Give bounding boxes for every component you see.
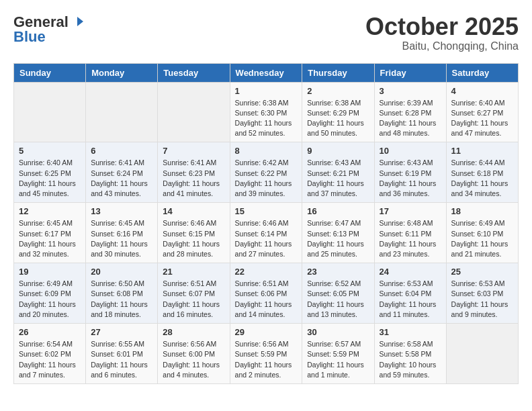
day-info: Sunrise: 6:41 AM Sunset: 6:23 PM Dayligh… — [163, 158, 224, 199]
calendar-cell: 16Sunrise: 6:47 AM Sunset: 6:13 PM Dayli… — [302, 203, 374, 263]
day-number: 16 — [307, 206, 369, 216]
calendar-cell: 23Sunrise: 6:52 AM Sunset: 6:05 PM Dayli… — [302, 263, 374, 324]
day-info: Sunrise: 6:50 AM Sunset: 6:08 PM Dayligh… — [91, 279, 152, 320]
day-number: 10 — [380, 146, 441, 156]
day-number: 25 — [451, 267, 513, 277]
calendar-table: SundayMondayTuesdayWednesdayThursdayFrid… — [13, 63, 519, 384]
logo: General Blue — [13, 13, 83, 46]
calendar-cell: 8Sunrise: 6:42 AM Sunset: 6:22 PM Daylig… — [230, 142, 302, 203]
logo-flag-icon — [71, 15, 83, 28]
calendar-cell: 29Sunrise: 6:56 AM Sunset: 5:59 PM Dayli… — [230, 324, 302, 384]
day-header-monday: Monday — [86, 63, 158, 82]
day-info: Sunrise: 6:54 AM Sunset: 6:02 PM Dayligh… — [19, 339, 81, 380]
day-number: 21 — [163, 267, 224, 277]
day-number: 29 — [235, 327, 298, 337]
day-info: Sunrise: 6:55 AM Sunset: 6:01 PM Dayligh… — [91, 339, 152, 380]
day-info: Sunrise: 6:57 AM Sunset: 5:59 PM Dayligh… — [307, 339, 369, 380]
calendar-week-4: 19Sunrise: 6:49 AM Sunset: 6:09 PM Dayli… — [14, 263, 519, 324]
day-number: 19 — [19, 267, 81, 277]
calendar-body: 1Sunrise: 6:38 AM Sunset: 6:30 PM Daylig… — [14, 82, 519, 383]
month-title: October 2025 — [365, 13, 519, 40]
day-info: Sunrise: 6:41 AM Sunset: 6:24 PM Dayligh… — [91, 158, 152, 199]
day-number: 27 — [91, 327, 152, 337]
day-info: Sunrise: 6:58 AM Sunset: 5:58 PM Dayligh… — [380, 339, 441, 380]
calendar-cell — [446, 324, 518, 384]
day-header-tuesday: Tuesday — [158, 63, 230, 82]
day-info: Sunrise: 6:48 AM Sunset: 6:11 PM Dayligh… — [380, 218, 441, 259]
day-info: Sunrise: 6:44 AM Sunset: 6:18 PM Dayligh… — [451, 158, 513, 199]
day-info: Sunrise: 6:43 AM Sunset: 6:19 PM Dayligh… — [380, 158, 441, 199]
calendar-cell: 12Sunrise: 6:45 AM Sunset: 6:17 PM Dayli… — [14, 203, 86, 263]
calendar-week-1: 1Sunrise: 6:38 AM Sunset: 6:30 PM Daylig… — [14, 82, 519, 142]
page-header: General Blue October 2025 Baitu, Chongqi… — [13, 13, 519, 52]
calendar-cell: 7Sunrise: 6:41 AM Sunset: 6:23 PM Daylig… — [158, 142, 230, 203]
day-info: Sunrise: 6:38 AM Sunset: 6:30 PM Dayligh… — [235, 98, 298, 139]
calendar-cell: 18Sunrise: 6:49 AM Sunset: 6:10 PM Dayli… — [446, 203, 518, 263]
calendar-cell: 26Sunrise: 6:54 AM Sunset: 6:02 PM Dayli… — [14, 324, 86, 384]
day-info: Sunrise: 6:51 AM Sunset: 6:07 PM Dayligh… — [163, 279, 224, 320]
calendar-cell: 21Sunrise: 6:51 AM Sunset: 6:07 PM Dayli… — [158, 263, 230, 324]
day-header-thursday: Thursday — [302, 63, 374, 82]
header-row: SundayMondayTuesdayWednesdayThursdayFrid… — [14, 63, 519, 82]
calendar-cell: 15Sunrise: 6:46 AM Sunset: 6:14 PM Dayli… — [230, 203, 302, 263]
day-info: Sunrise: 6:46 AM Sunset: 6:14 PM Dayligh… — [235, 218, 298, 259]
day-info: Sunrise: 6:53 AM Sunset: 6:03 PM Dayligh… — [451, 279, 513, 320]
logo-blue-text: Blue — [13, 28, 83, 46]
day-number: 4 — [451, 86, 513, 96]
day-info: Sunrise: 6:43 AM Sunset: 6:21 PM Dayligh… — [307, 158, 369, 199]
calendar-cell: 17Sunrise: 6:48 AM Sunset: 6:11 PM Dayli… — [374, 203, 446, 263]
day-number: 30 — [307, 327, 369, 337]
calendar-cell: 30Sunrise: 6:57 AM Sunset: 5:59 PM Dayli… — [302, 324, 374, 384]
calendar-cell — [86, 82, 158, 142]
day-number: 11 — [451, 146, 513, 156]
calendar-cell: 19Sunrise: 6:49 AM Sunset: 6:09 PM Dayli… — [14, 263, 86, 324]
day-info: Sunrise: 6:45 AM Sunset: 6:16 PM Dayligh… — [91, 218, 152, 259]
calendar-cell: 4Sunrise: 6:40 AM Sunset: 6:27 PM Daylig… — [446, 82, 518, 142]
day-number: 1 — [235, 86, 298, 96]
day-header-friday: Friday — [374, 63, 446, 82]
day-number: 8 — [235, 146, 298, 156]
calendar-cell: 20Sunrise: 6:50 AM Sunset: 6:08 PM Dayli… — [86, 263, 158, 324]
svg-marker-0 — [77, 17, 83, 26]
day-header-saturday: Saturday — [446, 63, 518, 82]
day-number: 14 — [163, 206, 224, 216]
day-info: Sunrise: 6:40 AM Sunset: 6:25 PM Dayligh… — [19, 158, 81, 199]
calendar-cell: 27Sunrise: 6:55 AM Sunset: 6:01 PM Dayli… — [86, 324, 158, 384]
calendar-cell: 9Sunrise: 6:43 AM Sunset: 6:21 PM Daylig… — [302, 142, 374, 203]
day-number: 13 — [91, 206, 152, 216]
calendar-header: SundayMondayTuesdayWednesdayThursdayFrid… — [14, 63, 519, 82]
calendar-cell: 3Sunrise: 6:39 AM Sunset: 6:28 PM Daylig… — [374, 82, 446, 142]
day-info: Sunrise: 6:45 AM Sunset: 6:17 PM Dayligh… — [19, 218, 81, 259]
day-info: Sunrise: 6:40 AM Sunset: 6:27 PM Dayligh… — [451, 98, 513, 139]
calendar-cell: 14Sunrise: 6:46 AM Sunset: 6:15 PM Dayli… — [158, 203, 230, 263]
day-number: 17 — [380, 206, 441, 216]
day-number: 3 — [380, 86, 441, 96]
day-number: 15 — [235, 206, 298, 216]
day-info: Sunrise: 6:39 AM Sunset: 6:28 PM Dayligh… — [380, 98, 441, 139]
day-number: 22 — [235, 267, 298, 277]
day-number: 26 — [19, 327, 81, 337]
day-number: 9 — [307, 146, 369, 156]
day-info: Sunrise: 6:53 AM Sunset: 6:04 PM Dayligh… — [380, 279, 441, 320]
day-number: 20 — [91, 267, 152, 277]
calendar-cell: 2Sunrise: 6:38 AM Sunset: 6:29 PM Daylig… — [302, 82, 374, 142]
calendar-cell — [14, 82, 86, 142]
calendar-cell: 1Sunrise: 6:38 AM Sunset: 6:30 PM Daylig… — [230, 82, 302, 142]
calendar-cell: 25Sunrise: 6:53 AM Sunset: 6:03 PM Dayli… — [446, 263, 518, 324]
day-info: Sunrise: 6:52 AM Sunset: 6:05 PM Dayligh… — [307, 279, 369, 320]
calendar-cell: 13Sunrise: 6:45 AM Sunset: 6:16 PM Dayli… — [86, 203, 158, 263]
day-number: 18 — [451, 206, 513, 216]
calendar-week-3: 12Sunrise: 6:45 AM Sunset: 6:17 PM Dayli… — [14, 203, 519, 263]
day-number: 24 — [380, 267, 441, 277]
calendar-cell: 5Sunrise: 6:40 AM Sunset: 6:25 PM Daylig… — [14, 142, 86, 203]
day-number: 6 — [91, 146, 152, 156]
calendar-cell — [158, 82, 230, 142]
day-number: 31 — [380, 327, 441, 337]
day-header-wednesday: Wednesday — [230, 63, 302, 82]
day-info: Sunrise: 6:49 AM Sunset: 6:09 PM Dayligh… — [19, 279, 81, 320]
day-info: Sunrise: 6:56 AM Sunset: 5:59 PM Dayligh… — [235, 339, 298, 380]
day-number: 5 — [19, 146, 81, 156]
calendar-cell: 28Sunrise: 6:56 AM Sunset: 6:00 PM Dayli… — [158, 324, 230, 384]
day-number: 2 — [307, 86, 369, 96]
calendar-week-2: 5Sunrise: 6:40 AM Sunset: 6:25 PM Daylig… — [14, 142, 519, 203]
